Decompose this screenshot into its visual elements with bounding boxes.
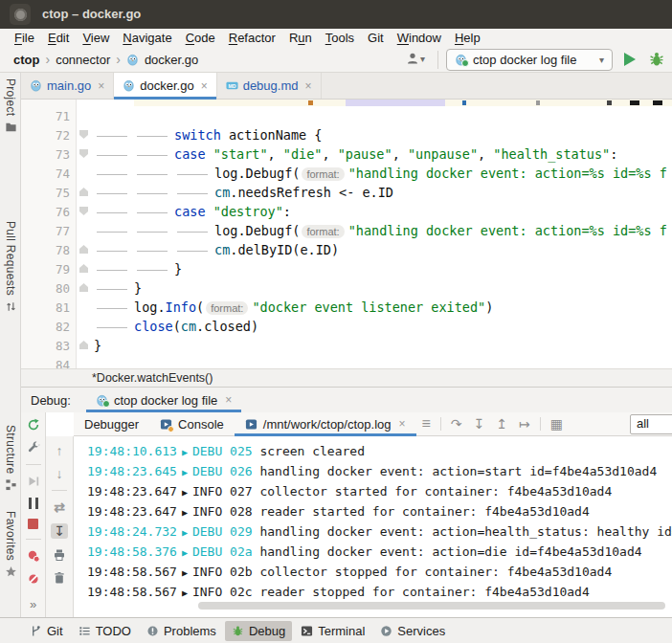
horizontal-scrollbar[interactable] bbox=[198, 602, 665, 610]
tab-whitespace-icon bbox=[174, 168, 214, 181]
menu-navigate[interactable]: Navigate bbox=[116, 31, 178, 45]
menu-help[interactable]: Help bbox=[448, 31, 487, 45]
menu-edit[interactable]: Edit bbox=[41, 31, 76, 45]
log-message: reader stopped for container: f4be4a53d1… bbox=[253, 585, 590, 599]
more-actions-button[interactable]: » bbox=[30, 597, 36, 611]
layout-grid-icon[interactable]: ▦ bbox=[550, 416, 563, 432]
fold-marker-icon[interactable] bbox=[79, 130, 88, 139]
mnemonic: W bbox=[397, 31, 409, 45]
user-account-button[interactable]: ▾ bbox=[406, 52, 425, 65]
statusbar-item-debug[interactable]: Debug bbox=[225, 621, 292, 641]
mute-breakpoints-button[interactable] bbox=[27, 572, 40, 586]
clear-all-button[interactable] bbox=[53, 571, 66, 585]
close-icon[interactable]: × bbox=[98, 79, 104, 93]
code-line[interactable]: 78cm.delByID(e.ID) bbox=[21, 240, 672, 259]
soft-wrap-button[interactable]: ⇄ bbox=[54, 500, 65, 514]
code-line[interactable]: 84 bbox=[21, 355, 672, 368]
scroll-down-icon[interactable]: ↧ bbox=[474, 416, 485, 432]
options-menu-icon[interactable]: ≡ bbox=[422, 415, 431, 432]
statusbar-item-services[interactable]: Services bbox=[373, 621, 452, 641]
log-console-output[interactable]: 19:48:10.613▶DEBU 025 screen cleared19:4… bbox=[74, 436, 672, 617]
menu-tools[interactable]: Tools bbox=[319, 31, 361, 45]
menu-code[interactable]: Code bbox=[179, 31, 222, 45]
sidebar-item-favorites[interactable]: Favorites bbox=[0, 511, 21, 578]
close-icon[interactable]: × bbox=[398, 417, 405, 431]
code-text: } bbox=[94, 261, 182, 277]
code-line[interactable]: 79} bbox=[21, 259, 672, 278]
code-line[interactable]: 74log.Debugf(format:"handling docker eve… bbox=[21, 164, 672, 183]
statusbar-item-terminal[interactable]: Terminal bbox=[294, 621, 371, 641]
prev-occurrence-button[interactable]: ↑ bbox=[56, 444, 63, 457]
code-line[interactable]: 71 bbox=[21, 106, 672, 125]
menu-file[interactable]: File bbox=[8, 31, 41, 45]
print-button[interactable] bbox=[53, 548, 66, 562]
tab-docker-go[interactable]: docker.go× bbox=[114, 73, 216, 99]
fold-marker-icon[interactable] bbox=[79, 188, 88, 196]
editor[interactable]: 7172switch actionName {73case "start", "… bbox=[21, 100, 672, 368]
fold-marker-icon[interactable] bbox=[79, 341, 88, 349]
menu-refactor[interactable]: Refactor bbox=[222, 31, 282, 45]
resume-button[interactable] bbox=[27, 475, 40, 488]
menu-view[interactable]: View bbox=[76, 31, 116, 45]
log-filter-select[interactable]: all bbox=[630, 414, 672, 434]
next-occurrence-button[interactable]: ↓ bbox=[56, 467, 63, 480]
code-line[interactable]: 76case "destroy": bbox=[21, 202, 672, 221]
fold-marker-icon[interactable] bbox=[79, 245, 88, 254]
debug-run-button[interactable] bbox=[648, 51, 665, 68]
debug-session-tab[interactable]: ctop docker log file × bbox=[86, 388, 241, 412]
run-configuration-select[interactable]: ctop docker log file ▾ bbox=[446, 49, 613, 71]
close-icon[interactable]: × bbox=[304, 79, 311, 93]
fold-marker-icon[interactable] bbox=[79, 264, 88, 273]
statusbar-item-todo[interactable]: TODO bbox=[72, 621, 138, 641]
chevron-down-icon: ▾ bbox=[599, 55, 604, 65]
mnemonic: H bbox=[455, 31, 463, 45]
breadcrumb-item-docker-go[interactable]: docker.go bbox=[145, 53, 198, 67]
fold-marker-icon[interactable] bbox=[79, 283, 88, 292]
close-icon[interactable]: × bbox=[225, 393, 232, 407]
statusbar-item-problems[interactable]: Problems bbox=[140, 621, 223, 641]
code-line[interactable]: 82close(cm.closed) bbox=[21, 317, 672, 336]
code-line[interactable]: 73case "start", "die", "pause", "unpause… bbox=[21, 144, 672, 164]
code-line[interactable]: 72switch actionName { bbox=[21, 125, 672, 144]
code-token: } bbox=[94, 338, 101, 353]
code-text: log.Debugf(format:"handling docker event… bbox=[94, 166, 667, 181]
debug-tab-console[interactable]: Console bbox=[149, 412, 235, 435]
navigate-caret-icon[interactable]: ↦ bbox=[519, 416, 530, 432]
view-breakpoints-button[interactable] bbox=[27, 549, 40, 563]
menu-run[interactable]: Run bbox=[282, 31, 319, 45]
breadcrumb-item-ctop[interactable]: ctop bbox=[13, 53, 39, 67]
sidebar-item-pull-requests[interactable]: Pull Requests bbox=[0, 221, 21, 313]
code-line[interactable]: 81log.Info(format:"docker event listener… bbox=[21, 298, 672, 317]
code-line[interactable]: 80} bbox=[21, 278, 672, 298]
jump-to-source-icon[interactable]: ↷ bbox=[451, 416, 462, 432]
sidebar-item-project[interactable]: Project bbox=[0, 78, 21, 133]
settings-wrench-button[interactable] bbox=[27, 441, 40, 455]
window-menu-button[interactable] bbox=[10, 4, 31, 25]
mnemonic: C bbox=[186, 31, 194, 45]
code-text: case "start", "die", "pause", "unpause",… bbox=[94, 146, 617, 162]
code-line[interactable]: 77log.Debugf(format:"handling docker eve… bbox=[21, 221, 672, 240]
menu-window[interactable]: Window bbox=[391, 31, 448, 45]
menu-git[interactable]: Git bbox=[361, 31, 391, 45]
tab-debug-md[interactable]: debug.md× bbox=[217, 73, 322, 99]
close-icon[interactable]: × bbox=[201, 79, 208, 93]
fold-marker-icon[interactable] bbox=[79, 207, 88, 215]
log-line: 19:48:23.647▶INFO 027 collector started … bbox=[87, 481, 672, 501]
code-line[interactable]: 83} bbox=[21, 336, 672, 355]
sidebar-item-structure[interactable]: Structure bbox=[0, 425, 21, 491]
scroll-up-icon[interactable]: ↥ bbox=[496, 416, 507, 432]
stop-button[interactable] bbox=[28, 519, 38, 529]
debug-tab--mnt-work-ctop-ctop-log[interactable]: /mnt/work/ctop/ctop.log× bbox=[235, 412, 416, 435]
run-button[interactable] bbox=[624, 53, 636, 66]
breadcrumb-item-connector[interactable]: connector bbox=[56, 53, 110, 67]
rerun-button[interactable] bbox=[27, 418, 40, 432]
statusbar-item-git[interactable]: Git bbox=[23, 621, 70, 641]
pause-button[interactable] bbox=[29, 498, 38, 509]
fold-marker-icon[interactable] bbox=[79, 149, 88, 158]
enclosing-method-label[interactable]: *Docker.watchEvents() bbox=[92, 371, 213, 385]
toolbar-separator bbox=[440, 417, 441, 431]
scroll-to-end-button[interactable]: ↧ bbox=[51, 523, 68, 539]
tab-main-go[interactable]: main.go× bbox=[21, 73, 114, 99]
debug-tab-debugger[interactable]: Debugger bbox=[74, 412, 149, 435]
code-line[interactable]: 75cm.needsRefresh <- e.ID bbox=[21, 183, 672, 202]
